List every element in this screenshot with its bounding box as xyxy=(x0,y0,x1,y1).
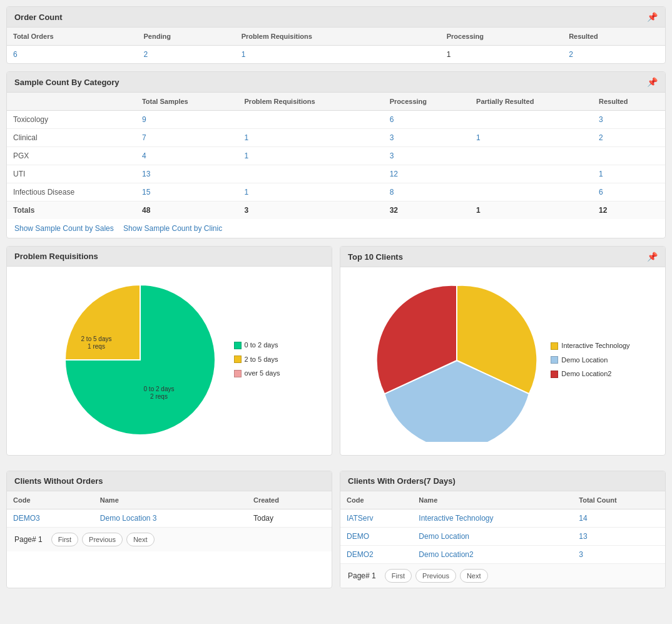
sample-total-2[interactable]: 4 xyxy=(136,147,238,165)
sample-res-4[interactable]: 6 xyxy=(593,183,665,202)
sample-proc-5: 32 xyxy=(384,202,470,220)
col-problem-req: Problem Requisitions xyxy=(235,28,440,46)
col-code-2: Code xyxy=(340,491,412,509)
with-orders-first-btn[interactable]: First xyxy=(385,569,412,583)
without-orders-prev-btn[interactable]: Previous xyxy=(82,533,123,546)
problem-req-chart-header: Problem Requisitions xyxy=(7,247,332,267)
legend-item-2to5: 2 to 5 days xyxy=(234,354,280,366)
problem-req-svg: 0 to 2 days 2 reqs 2 to 5 days 1 reqs xyxy=(59,279,221,441)
sample-proc-1[interactable]: 3 xyxy=(384,129,470,147)
problem-req-chart-container: 0 to 2 days 2 reqs 2 to 5 days 1 reqs 0 … xyxy=(7,267,332,454)
col-resulted-2: Resulted xyxy=(593,93,665,111)
col-resulted: Resulted xyxy=(563,28,665,46)
legend-item-0to2: 0 to 2 days xyxy=(234,339,280,352)
with-orders-pagination: Page# 1 First Previous Next xyxy=(340,563,665,588)
problem-req-chart-title: Problem Requisitions xyxy=(14,252,98,261)
col-created: Created xyxy=(247,491,332,509)
val-total-orders: 6 xyxy=(7,46,137,64)
sample-prob-3 xyxy=(238,165,384,183)
sample-cat-2: PGX xyxy=(7,147,136,165)
sample-total-1[interactable]: 7 xyxy=(136,129,238,147)
pin-icon-3: 📌 xyxy=(647,252,658,262)
sample-proc-4[interactable]: 8 xyxy=(384,183,470,202)
legend-item-demo2: Demo Location2 xyxy=(551,368,629,381)
top10-clients-header: Top 10 Clients 📌 xyxy=(340,247,665,267)
legend-label-demo2: Demo Location2 xyxy=(561,368,611,381)
bottom-tables-row: Clients Without Orders Code Name Created… xyxy=(6,471,666,596)
svg-text:2 to 5 days: 2 to 5 days xyxy=(81,335,111,342)
without-orders-next-btn[interactable]: Next xyxy=(126,533,155,546)
sample-prob-0 xyxy=(238,111,384,129)
col-category xyxy=(7,93,136,111)
sample-partial-1[interactable]: 1 xyxy=(470,129,593,147)
order-count-table: Total Orders Pending Problem Requisition… xyxy=(7,28,665,63)
sample-total-4[interactable]: 15 xyxy=(136,183,238,202)
val-resulted: 2 xyxy=(563,46,665,64)
sample-prob-2[interactable]: 1 xyxy=(238,147,384,165)
with-count-1: 13 xyxy=(573,528,665,546)
without-code-0: DEMO3 xyxy=(7,509,94,528)
with-orders-prev-btn[interactable]: Previous xyxy=(415,569,456,583)
legend-item-over5: over 5 days xyxy=(234,367,280,380)
problem-req-legend: 0 to 2 days 2 to 5 days over 5 days xyxy=(234,339,280,382)
with-code-1: DEMO xyxy=(340,528,412,546)
sample-proc-2[interactable]: 3 xyxy=(384,147,470,165)
top10-pie-wrapper: Interactive Technology Demo Location Dem… xyxy=(375,279,629,444)
clients-without-orders-title: Clients Without Orders xyxy=(14,476,103,486)
col-total-orders: Total Orders xyxy=(7,28,137,46)
order-count-title: Order Count xyxy=(14,13,63,22)
problem-req-pie: 0 to 2 days 2 reqs 2 to 5 days 1 reqs xyxy=(59,279,221,443)
sample-total-5: 48 xyxy=(136,202,238,220)
show-by-clinic-link[interactable]: Show Sample Count by Clinic xyxy=(123,224,222,233)
sample-res-5: 12 xyxy=(593,202,665,220)
sample-res-1[interactable]: 2 xyxy=(593,129,665,147)
sample-count-table: Total Samples Problem Requisitions Proce… xyxy=(7,93,665,219)
sample-res-3[interactable]: 1 xyxy=(593,165,665,183)
legend-label-demo: Demo Location xyxy=(561,354,608,367)
col-problem-req-2: Problem Requisitions xyxy=(238,93,384,111)
col-processing: Processing xyxy=(440,28,563,46)
val-pending: 2 xyxy=(137,46,235,64)
sample-partial-3 xyxy=(470,165,593,183)
legend-color-interactive xyxy=(551,342,558,350)
col-partially-resulted: Partially Resulted xyxy=(470,93,593,111)
sample-prob-4[interactable]: 1 xyxy=(238,183,384,202)
without-orders-pagination: Page# 1 First Previous Next xyxy=(7,527,332,551)
show-by-sales-link[interactable]: Show Sample Count by Sales xyxy=(14,224,114,233)
col-name-2: Name xyxy=(412,491,573,509)
legend-label-2to5: 2 to 5 days xyxy=(245,354,278,366)
sample-cat-5: Totals xyxy=(7,202,136,220)
with-orders-next-btn[interactable]: Next xyxy=(460,569,488,583)
legend-label-over5: over 5 days xyxy=(245,367,280,380)
sample-proc-0[interactable]: 6 xyxy=(384,111,470,129)
legend-color-2to5 xyxy=(234,355,242,363)
without-orders-first-btn[interactable]: First xyxy=(51,533,78,546)
sample-partial-2 xyxy=(470,147,593,165)
sample-prob-1[interactable]: 1 xyxy=(238,129,384,147)
sample-cat-3: UTI xyxy=(7,165,136,183)
svg-text:1 reqs: 1 reqs xyxy=(88,343,105,350)
legend-color-over5 xyxy=(234,370,242,377)
sample-count-card: Sample Count By Category 📌 Total Samples… xyxy=(6,71,666,238)
sample-total-0[interactable]: 9 xyxy=(136,111,238,129)
problem-req-chart-card: Problem Requisitions 0 to 2 days 2 reqs … xyxy=(6,246,332,456)
col-name-1: Name xyxy=(94,491,247,509)
svg-text:0 to 2 days: 0 to 2 days xyxy=(143,386,174,392)
sample-count-title: Sample Count By Category xyxy=(14,78,120,87)
sample-total-3[interactable]: 13 xyxy=(136,165,238,183)
legend-color-demo xyxy=(551,356,558,364)
sample-proc-3[interactable]: 12 xyxy=(384,165,470,183)
col-processing-2: Processing xyxy=(384,93,470,111)
charts-row: Problem Requisitions 0 to 2 days 2 reqs … xyxy=(6,246,666,463)
without-created-0: Today xyxy=(247,509,332,528)
legend-item-interactive: Interactive Technology xyxy=(551,340,629,352)
top10-legend: Interactive Technology Demo Location Dem… xyxy=(551,340,629,382)
clients-with-orders-title: Clients With Orders(7 Days) xyxy=(348,476,456,486)
legend-color-0to2 xyxy=(234,342,242,349)
with-code-2: DEMO2 xyxy=(340,546,412,564)
problem-req-pie-wrapper: 0 to 2 days 2 reqs 2 to 5 days 1 reqs 0 … xyxy=(59,279,280,443)
sample-res-0[interactable]: 3 xyxy=(593,111,665,129)
svg-text:2 reqs: 2 reqs xyxy=(150,393,168,400)
col-total-count: Total Count xyxy=(573,491,665,509)
top10-clients-title: Top 10 Clients xyxy=(348,252,403,262)
